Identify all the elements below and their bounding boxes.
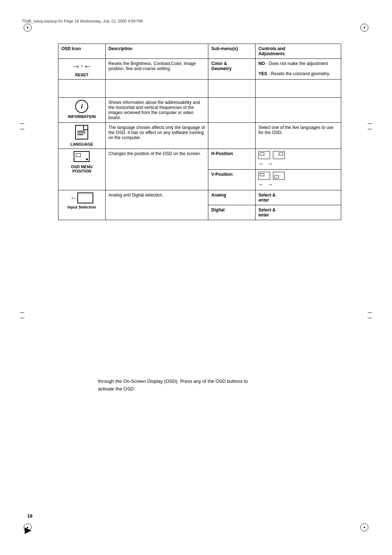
col-header-sub: Sub-menu(s) xyxy=(208,44,256,59)
reset-desc: Resets the Brightness, Contrast,Color, I… xyxy=(105,59,208,80)
osd-controls-v: ← → xyxy=(255,170,341,190)
osd-menu-icon xyxy=(74,151,90,163)
tick-right-bottom2 xyxy=(368,318,372,318)
input-controls-analog: Select &enter xyxy=(255,190,341,205)
footer-line2: activate the OSD. xyxy=(98,385,248,393)
reset-controls: NO - Does not make the adjustment YES - … xyxy=(255,59,341,80)
footer-line1: through the On-Screen Display (OSD). Pre… xyxy=(98,378,248,385)
reset-submenu: Color &Geometry xyxy=(208,59,256,80)
tick-right-bottom xyxy=(368,312,372,313)
table-row-spacer xyxy=(58,80,341,98)
osd-submenu-h: H-Position xyxy=(208,149,256,170)
left-arrow-icon: ← xyxy=(258,161,264,167)
tick-right-top2 xyxy=(368,129,372,129)
osd-submenu-v: V-Position xyxy=(208,170,256,190)
information-submenu xyxy=(208,98,256,123)
right-arrow-icon: → xyxy=(267,181,273,188)
reg-mark-tr xyxy=(360,24,368,32)
language-desc: The language chosen affects only the lan… xyxy=(105,123,208,149)
main-content: OSD Icon Description Sub-menu(s) Control… xyxy=(58,44,341,220)
osd-controls-h: ← → xyxy=(255,149,341,170)
input-selection-icon: ← xyxy=(70,193,93,203)
information-controls xyxy=(255,98,341,123)
reset-icon: → · ← xyxy=(61,61,102,71)
tick-right-top xyxy=(368,123,372,124)
osd-desc: Changes the position of the OSD on the s… xyxy=(105,149,208,190)
osd-table: OSD Icon Description Sub-menu(s) Control… xyxy=(58,44,341,220)
information-label: INFORMATION xyxy=(61,114,102,119)
language-icon xyxy=(75,125,88,141)
page-number: 18 xyxy=(27,513,32,519)
input-desc: Analog and Digital selection. xyxy=(105,190,208,220)
input-submenu-analog: Analog xyxy=(208,190,256,205)
osd-label: OSD MENUPOSITION xyxy=(61,165,102,173)
tick-left-bottom xyxy=(20,312,24,313)
page-header: T54B_setup.backup.fm Page 18 Wednesday, … xyxy=(22,19,143,23)
language-controls: Select one of the five languages to use … xyxy=(255,123,341,149)
footer-text: through the On-Screen Display (OSD). Pre… xyxy=(98,378,248,393)
icon-cell-osd: OSD MENUPOSITION xyxy=(58,149,106,190)
table-row: → · ← RESET Resets the Brightness, Contr… xyxy=(58,59,341,80)
bottom-arrow-indicator: ▶ xyxy=(25,526,31,535)
icon-cell-information: i INFORMATION xyxy=(58,98,106,123)
right-arrow-icon: → xyxy=(267,161,273,167)
language-submenu xyxy=(208,123,256,149)
h-pos-left-icon xyxy=(258,151,270,159)
language-label: LANGUAGE xyxy=(61,142,102,146)
tick-left-top2 xyxy=(20,129,24,129)
header-text: T54B_setup.backup.fm Page 18 Wednesday, … xyxy=(22,19,143,23)
h-pos-right-icon xyxy=(273,151,285,159)
col-header-icon: OSD Icon xyxy=(58,44,106,59)
table-row: i INFORMATION Shows information about th… xyxy=(58,98,341,123)
information-icon: i xyxy=(75,100,88,113)
table-row: OSD MENUPOSITION Changes the position of… xyxy=(58,149,341,170)
reset-label: RESET xyxy=(61,73,102,77)
col-header-desc: Description xyxy=(105,44,208,59)
icon-cell-language: LANGUAGE xyxy=(58,123,106,149)
input-submenu-digital: Digital xyxy=(208,205,256,220)
v-pos-bottom-icon xyxy=(273,172,285,180)
input-controls-digital: Select &enter xyxy=(255,205,341,220)
reg-mark-tl xyxy=(24,24,32,32)
v-pos-top-icon xyxy=(258,172,270,180)
information-desc: Shows information about the addressabili… xyxy=(105,98,208,123)
input-selection-label: Input Selection xyxy=(61,205,102,209)
table-row: LANGUAGE The language chosen affects onl… xyxy=(58,123,341,149)
left-arrow-icon: ← xyxy=(258,181,264,188)
tick-left-bottom2 xyxy=(20,318,24,318)
icon-cell-input: ← Input Selection xyxy=(58,190,106,220)
col-header-ctrl: Controls and Adjustments xyxy=(255,44,341,59)
table-row: ← Input Selection Analog and Digital sel… xyxy=(58,190,341,205)
icon-cell-reset: → · ← RESET xyxy=(58,59,106,80)
reg-mark-br xyxy=(360,523,368,531)
tick-left-top xyxy=(20,123,24,124)
